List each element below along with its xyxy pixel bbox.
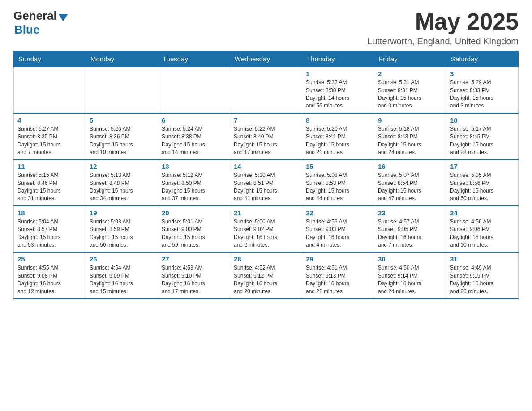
weekday-header-tuesday: Tuesday <box>158 51 230 67</box>
calendar-cell: 20Sunrise: 5:01 AM Sunset: 9:00 PM Dayli… <box>158 206 230 253</box>
weekday-header-saturday: Saturday <box>446 51 519 67</box>
calendar-cell: 19Sunrise: 5:03 AM Sunset: 8:59 PM Dayli… <box>86 206 158 253</box>
calendar-cell: 6Sunrise: 5:24 AM Sunset: 8:38 PM Daylig… <box>158 113 230 160</box>
day-number: 29 <box>306 255 370 263</box>
day-info: Sunrise: 5:29 AM Sunset: 8:33 PM Dayligh… <box>450 79 493 109</box>
day-info: Sunrise: 4:54 AM Sunset: 9:09 PM Dayligh… <box>90 265 133 294</box>
day-number: 10 <box>450 116 515 124</box>
week-row-5: 25Sunrise: 4:55 AM Sunset: 9:08 PM Dayli… <box>14 252 519 299</box>
day-info: Sunrise: 4:53 AM Sunset: 9:10 PM Dayligh… <box>162 265 205 294</box>
day-number: 20 <box>162 209 226 217</box>
day-number: 21 <box>234 209 298 217</box>
calendar-cell: 26Sunrise: 4:54 AM Sunset: 9:09 PM Dayli… <box>86 252 158 299</box>
calendar-cell: 27Sunrise: 4:53 AM Sunset: 9:10 PM Dayli… <box>158 252 230 299</box>
day-number: 2 <box>378 70 442 77</box>
day-number: 25 <box>17 255 82 263</box>
day-number: 7 <box>234 116 298 124</box>
day-info: Sunrise: 5:12 AM Sunset: 8:50 PM Dayligh… <box>162 172 205 201</box>
weekday-header-sunday: Sunday <box>14 51 86 67</box>
day-info: Sunrise: 5:18 AM Sunset: 8:43 PM Dayligh… <box>378 126 421 155</box>
day-info: Sunrise: 5:05 AM Sunset: 8:56 PM Dayligh… <box>450 172 493 201</box>
calendar-cell: 17Sunrise: 5:05 AM Sunset: 8:56 PM Dayli… <box>446 159 519 206</box>
day-number: 18 <box>17 209 82 217</box>
calendar-cell: 2Sunrise: 5:31 AM Sunset: 8:31 PM Daylig… <box>374 67 446 113</box>
day-info: Sunrise: 5:31 AM Sunset: 8:31 PM Dayligh… <box>378 79 421 109</box>
weekday-header-thursday: Thursday <box>302 51 374 67</box>
day-number: 19 <box>90 209 154 217</box>
day-number: 15 <box>306 163 370 170</box>
day-info: Sunrise: 5:01 AM Sunset: 9:00 PM Dayligh… <box>162 218 205 248</box>
week-row-3: 11Sunrise: 5:15 AM Sunset: 8:46 PM Dayli… <box>14 159 519 206</box>
logo-block: General Blue <box>13 9 68 37</box>
day-number: 16 <box>378 163 442 170</box>
day-info: Sunrise: 5:24 AM Sunset: 8:38 PM Dayligh… <box>162 126 205 155</box>
week-row-4: 18Sunrise: 5:04 AM Sunset: 8:57 PM Dayli… <box>14 206 519 253</box>
calendar-cell: 18Sunrise: 5:04 AM Sunset: 8:57 PM Dayli… <box>14 206 86 253</box>
calendar-cell: 11Sunrise: 5:15 AM Sunset: 8:46 PM Dayli… <box>14 159 86 206</box>
calendar-cell: 21Sunrise: 5:00 AM Sunset: 9:02 PM Dayli… <box>230 206 302 253</box>
day-info: Sunrise: 5:27 AM Sunset: 8:35 PM Dayligh… <box>17 126 61 155</box>
calendar-cell: 24Sunrise: 4:56 AM Sunset: 9:06 PM Dayli… <box>446 206 519 253</box>
day-number: 1 <box>306 70 370 77</box>
day-info: Sunrise: 5:00 AM Sunset: 9:02 PM Dayligh… <box>234 218 277 248</box>
calendar-cell: 4Sunrise: 5:27 AM Sunset: 8:35 PM Daylig… <box>14 113 86 160</box>
day-number: 23 <box>378 209 442 217</box>
day-number: 27 <box>162 255 226 263</box>
day-number: 6 <box>162 116 226 124</box>
weekday-header-row: SundayMondayTuesdayWednesdayThursdayFrid… <box>14 51 519 67</box>
day-info: Sunrise: 4:55 AM Sunset: 9:08 PM Dayligh… <box>17 265 61 294</box>
day-number: 24 <box>450 209 515 217</box>
day-info: Sunrise: 4:50 AM Sunset: 9:14 PM Dayligh… <box>378 265 421 294</box>
calendar-cell: 13Sunrise: 5:12 AM Sunset: 8:50 PM Dayli… <box>158 159 230 206</box>
page-header: General Blue May 2025 Lutterworth, Engla… <box>13 9 519 47</box>
calendar-cell: 25Sunrise: 4:55 AM Sunset: 9:08 PM Dayli… <box>14 252 86 299</box>
day-info: Sunrise: 4:57 AM Sunset: 9:05 PM Dayligh… <box>378 218 421 248</box>
calendar-cell: 22Sunrise: 4:59 AM Sunset: 9:03 PM Dayli… <box>302 206 374 253</box>
day-number: 8 <box>306 116 370 124</box>
calendar-cell: 10Sunrise: 5:17 AM Sunset: 8:45 PM Dayli… <box>446 113 519 160</box>
day-number: 14 <box>234 163 298 170</box>
weekday-header-friday: Friday <box>374 51 446 67</box>
day-info: Sunrise: 5:08 AM Sunset: 8:53 PM Dayligh… <box>306 172 349 201</box>
calendar-cell <box>86 67 158 113</box>
calendar-cell: 16Sunrise: 5:07 AM Sunset: 8:54 PM Dayli… <box>374 159 446 206</box>
day-number: 17 <box>450 163 515 170</box>
calendar-cell: 8Sunrise: 5:20 AM Sunset: 8:41 PM Daylig… <box>302 113 374 160</box>
location-text: Lutterworth, England, United Kingdom <box>367 36 519 47</box>
day-info: Sunrise: 4:51 AM Sunset: 9:13 PM Dayligh… <box>306 265 349 294</box>
calendar-cell: 12Sunrise: 5:13 AM Sunset: 8:48 PM Dayli… <box>86 159 158 206</box>
calendar-cell: 9Sunrise: 5:18 AM Sunset: 8:43 PM Daylig… <box>374 113 446 160</box>
day-number: 28 <box>234 255 298 263</box>
weekday-header-monday: Monday <box>86 51 158 67</box>
week-row-2: 4Sunrise: 5:27 AM Sunset: 8:35 PM Daylig… <box>14 113 519 160</box>
day-info: Sunrise: 5:13 AM Sunset: 8:48 PM Dayligh… <box>90 172 133 201</box>
day-number: 5 <box>90 116 154 124</box>
day-info: Sunrise: 5:17 AM Sunset: 8:45 PM Dayligh… <box>450 126 493 155</box>
day-number: 22 <box>306 209 370 217</box>
day-number: 9 <box>378 116 442 124</box>
day-info: Sunrise: 5:26 AM Sunset: 8:36 PM Dayligh… <box>90 126 133 155</box>
logo-general-text: General <box>13 9 57 23</box>
weekday-header-wednesday: Wednesday <box>230 51 302 67</box>
day-info: Sunrise: 5:15 AM Sunset: 8:46 PM Dayligh… <box>17 172 61 201</box>
calendar-cell: 5Sunrise: 5:26 AM Sunset: 8:36 PM Daylig… <box>86 113 158 160</box>
calendar-cell: 15Sunrise: 5:08 AM Sunset: 8:53 PM Dayli… <box>302 159 374 206</box>
day-info: Sunrise: 5:03 AM Sunset: 8:59 PM Dayligh… <box>90 218 133 248</box>
logo-blue-text: Blue <box>14 23 39 36</box>
day-number: 26 <box>90 255 154 263</box>
logo-triangle-icon <box>59 14 68 21</box>
day-number: 4 <box>17 116 82 124</box>
day-number: 13 <box>162 163 226 170</box>
calendar-cell: 14Sunrise: 5:10 AM Sunset: 8:51 PM Dayli… <box>230 159 302 206</box>
day-info: Sunrise: 5:07 AM Sunset: 8:54 PM Dayligh… <box>378 172 421 201</box>
day-info: Sunrise: 5:20 AM Sunset: 8:41 PM Dayligh… <box>306 126 349 155</box>
day-info: Sunrise: 5:10 AM Sunset: 8:51 PM Dayligh… <box>234 172 277 201</box>
title-block: May 2025 Lutterworth, England, United Ki… <box>367 9 519 47</box>
calendar-cell: 23Sunrise: 4:57 AM Sunset: 9:05 PM Dayli… <box>374 206 446 253</box>
month-title: May 2025 <box>367 9 519 34</box>
day-info: Sunrise: 5:22 AM Sunset: 8:40 PM Dayligh… <box>234 126 277 155</box>
week-row-1: 1Sunrise: 5:33 AM Sunset: 8:30 PM Daylig… <box>14 67 519 113</box>
calendar-cell: 1Sunrise: 5:33 AM Sunset: 8:30 PM Daylig… <box>302 67 374 113</box>
logo: General Blue <box>13 9 68 37</box>
calendar-cell <box>158 67 230 113</box>
